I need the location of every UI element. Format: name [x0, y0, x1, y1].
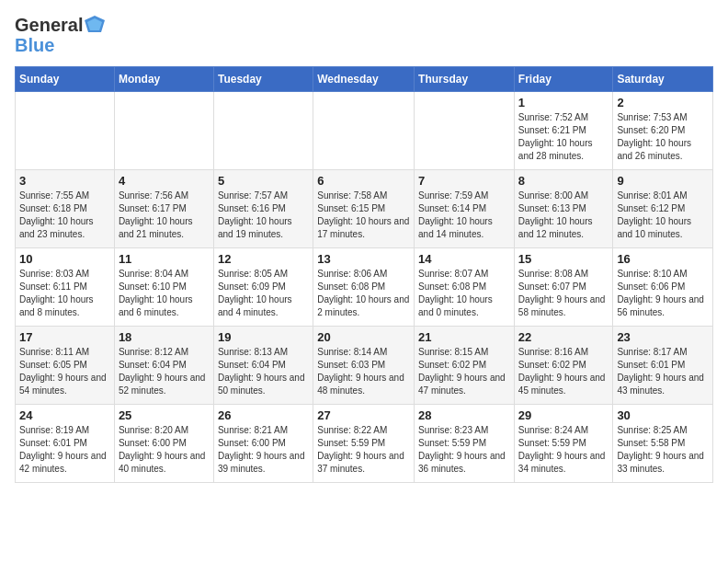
day-info: Sunrise: 7:56 AM Sunset: 6:17 PM Dayligh…: [119, 190, 210, 241]
calendar-cell: 30Sunrise: 8:25 AM Sunset: 5:58 PM Dayli…: [613, 405, 713, 483]
day-info: Sunrise: 8:04 AM Sunset: 6:10 PM Dayligh…: [119, 268, 210, 319]
calendar-cell: 27Sunrise: 8:22 AM Sunset: 5:59 PM Dayli…: [313, 405, 415, 483]
calendar-cell: 14Sunrise: 8:07 AM Sunset: 6:08 PM Dayli…: [415, 248, 515, 327]
day-info: Sunrise: 8:22 AM Sunset: 5:59 PM Dayligh…: [317, 424, 410, 476]
day-info: Sunrise: 7:59 AM Sunset: 6:14 PM Dayligh…: [418, 190, 510, 241]
calendar-cell: 26Sunrise: 8:21 AM Sunset: 6:00 PM Dayli…: [213, 405, 313, 483]
calendar-cell: 16Sunrise: 8:10 AM Sunset: 6:06 PM Dayli…: [613, 248, 713, 327]
day-number: 13: [317, 252, 410, 266]
weekday-header: Sunday: [16, 67, 115, 92]
calendar-week-row: 3Sunrise: 7:55 AM Sunset: 6:18 PM Daylig…: [16, 170, 713, 248]
day-number: 30: [617, 408, 709, 422]
day-number: 7: [418, 174, 510, 188]
day-number: 23: [617, 330, 709, 344]
day-info: Sunrise: 7:58 AM Sunset: 6:15 PM Dayligh…: [317, 190, 410, 241]
day-number: 4: [119, 174, 210, 188]
calendar-cell: 9Sunrise: 8:01 AM Sunset: 6:12 PM Daylig…: [613, 170, 713, 248]
day-number: 3: [19, 174, 110, 188]
calendar-cell: 18Sunrise: 8:12 AM Sunset: 6:04 PM Dayli…: [114, 327, 213, 405]
day-number: 9: [617, 174, 709, 188]
day-info: Sunrise: 8:01 AM Sunset: 6:12 PM Dayligh…: [617, 190, 709, 241]
calendar-cell: 8Sunrise: 8:00 AM Sunset: 6:13 PM Daylig…: [514, 170, 613, 248]
day-number: 5: [218, 174, 309, 188]
day-info: Sunrise: 8:17 AM Sunset: 6:01 PM Dayligh…: [617, 346, 709, 397]
day-number: 8: [518, 174, 609, 188]
day-info: Sunrise: 7:57 AM Sunset: 6:16 PM Dayligh…: [218, 190, 309, 241]
day-number: 11: [119, 252, 210, 266]
weekday-header: Wednesday: [313, 67, 415, 92]
day-number: 28: [418, 408, 510, 422]
calendar-cell: 13Sunrise: 8:06 AM Sunset: 6:08 PM Dayli…: [313, 248, 415, 327]
logo-blue: Blue: [15, 35, 105, 55]
day-number: 26: [218, 408, 309, 422]
calendar-cell: 17Sunrise: 8:11 AM Sunset: 6:05 PM Dayli…: [16, 327, 115, 405]
weekday-header: Tuesday: [213, 67, 313, 92]
day-number: 6: [317, 174, 410, 188]
calendar-cell: 15Sunrise: 8:08 AM Sunset: 6:07 PM Dayli…: [514, 248, 613, 327]
day-info: Sunrise: 8:24 AM Sunset: 5:59 PM Dayligh…: [518, 424, 609, 476]
day-number: 17: [19, 330, 110, 344]
day-number: 12: [218, 252, 309, 266]
day-info: Sunrise: 8:15 AM Sunset: 6:02 PM Dayligh…: [418, 346, 510, 397]
calendar-cell: 2Sunrise: 7:53 AM Sunset: 6:20 PM Daylig…: [613, 92, 713, 170]
weekday-header: Saturday: [613, 67, 713, 92]
day-number: 19: [218, 330, 309, 344]
day-number: 14: [418, 252, 510, 266]
calendar-cell: [114, 92, 213, 170]
calendar-cell: 28Sunrise: 8:23 AM Sunset: 5:59 PM Dayli…: [415, 405, 515, 483]
day-info: Sunrise: 8:03 AM Sunset: 6:11 PM Dayligh…: [19, 268, 110, 319]
calendar-cell: 6Sunrise: 7:58 AM Sunset: 6:15 PM Daylig…: [313, 170, 415, 248]
day-info: Sunrise: 8:06 AM Sunset: 6:08 PM Dayligh…: [317, 268, 410, 319]
calendar-cell: 29Sunrise: 8:24 AM Sunset: 5:59 PM Dayli…: [514, 405, 613, 483]
calendar-cell: 12Sunrise: 8:05 AM Sunset: 6:09 PM Dayli…: [213, 248, 313, 327]
day-info: Sunrise: 8:11 AM Sunset: 6:05 PM Dayligh…: [19, 346, 110, 397]
day-info: Sunrise: 8:19 AM Sunset: 6:01 PM Dayligh…: [19, 424, 110, 476]
logo: General Blue: [15, 15, 105, 55]
calendar-cell: [16, 92, 115, 170]
calendar-cell: 11Sunrise: 8:04 AM Sunset: 6:10 PM Dayli…: [114, 248, 213, 327]
calendar-cell: 3Sunrise: 7:55 AM Sunset: 6:18 PM Daylig…: [16, 170, 115, 248]
day-number: 2: [617, 96, 709, 109]
day-info: Sunrise: 8:21 AM Sunset: 6:00 PM Dayligh…: [218, 424, 309, 476]
day-info: Sunrise: 8:05 AM Sunset: 6:09 PM Dayligh…: [218, 268, 309, 319]
calendar-cell: 20Sunrise: 8:14 AM Sunset: 6:03 PM Dayli…: [313, 327, 415, 405]
day-info: Sunrise: 8:20 AM Sunset: 6:00 PM Dayligh…: [119, 424, 210, 476]
calendar-cell: [415, 92, 515, 170]
logo-flag-icon: [85, 16, 105, 34]
calendar-week-row: 17Sunrise: 8:11 AM Sunset: 6:05 PM Dayli…: [16, 327, 713, 405]
weekday-header: Friday: [514, 67, 613, 92]
logo-general: General: [15, 15, 83, 35]
calendar-cell: 10Sunrise: 8:03 AM Sunset: 6:11 PM Dayli…: [16, 248, 115, 327]
day-info: Sunrise: 8:08 AM Sunset: 6:07 PM Dayligh…: [518, 268, 609, 319]
day-info: Sunrise: 8:00 AM Sunset: 6:13 PM Dayligh…: [518, 190, 609, 241]
calendar-week-row: 10Sunrise: 8:03 AM Sunset: 6:11 PM Dayli…: [16, 248, 713, 327]
day-info: Sunrise: 8:12 AM Sunset: 6:04 PM Dayligh…: [119, 346, 210, 397]
calendar-cell: [213, 92, 313, 170]
day-number: 18: [119, 330, 210, 344]
day-info: Sunrise: 8:14 AM Sunset: 6:03 PM Dayligh…: [317, 346, 410, 397]
calendar-week-row: 24Sunrise: 8:19 AM Sunset: 6:01 PM Dayli…: [16, 405, 713, 483]
weekday-header: Monday: [114, 67, 213, 92]
day-number: 25: [119, 408, 210, 422]
day-info: Sunrise: 7:55 AM Sunset: 6:18 PM Dayligh…: [19, 190, 110, 241]
calendar-cell: 21Sunrise: 8:15 AM Sunset: 6:02 PM Dayli…: [415, 327, 515, 405]
day-info: Sunrise: 8:10 AM Sunset: 6:06 PM Dayligh…: [617, 268, 709, 319]
calendar-cell: 1Sunrise: 7:52 AM Sunset: 6:21 PM Daylig…: [514, 92, 613, 170]
day-number: 24: [19, 408, 110, 422]
day-info: Sunrise: 8:25 AM Sunset: 5:58 PM Dayligh…: [617, 424, 709, 476]
calendar-table: SundayMondayTuesdayWednesdayThursdayFrid…: [15, 66, 713, 483]
calendar-cell: 4Sunrise: 7:56 AM Sunset: 6:17 PM Daylig…: [114, 170, 213, 248]
calendar-cell: 7Sunrise: 7:59 AM Sunset: 6:14 PM Daylig…: [415, 170, 515, 248]
calendar-week-row: 1Sunrise: 7:52 AM Sunset: 6:21 PM Daylig…: [16, 92, 713, 170]
calendar-cell: 24Sunrise: 8:19 AM Sunset: 6:01 PM Dayli…: [16, 405, 115, 483]
day-number: 1: [518, 96, 609, 109]
day-number: 20: [317, 330, 410, 344]
weekday-header: Thursday: [415, 67, 515, 92]
calendar-cell: 25Sunrise: 8:20 AM Sunset: 6:00 PM Dayli…: [114, 405, 213, 483]
day-number: 27: [317, 408, 410, 422]
day-info: Sunrise: 7:53 AM Sunset: 6:20 PM Dayligh…: [617, 111, 709, 163]
calendar-cell: [313, 92, 415, 170]
day-number: 21: [418, 330, 510, 344]
calendar-cell: 19Sunrise: 8:13 AM Sunset: 6:04 PM Dayli…: [213, 327, 313, 405]
page-header: General Blue: [15, 15, 713, 55]
